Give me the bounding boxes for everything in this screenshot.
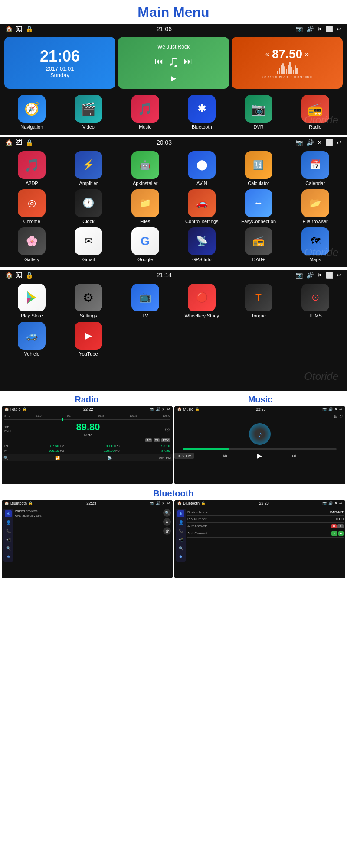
window-icon-2[interactable]: ⬜ [326, 139, 333, 146]
app-navigation[interactable]: 🧭 Navigation [5, 95, 59, 130]
close-icon-bt2[interactable]: ✕ [334, 501, 338, 505]
preset-4[interactable]: P4 106.10 [4, 449, 59, 453]
music-widget[interactable]: We Just Rock ⏮ ♫ ⏭ ▶ [118, 37, 229, 89]
volume-icon-3[interactable]: 🔊 [306, 272, 314, 279]
app-dab[interactable]: 📻 DAB+ [232, 227, 285, 262]
app-clock[interactable]: 🕐 Clock [62, 189, 115, 224]
close-icon-2[interactable]: ✕ [317, 139, 322, 146]
vol-icon-m[interactable]: 🔊 [328, 407, 333, 411]
preset-5[interactable]: P5 108.00 [60, 449, 115, 453]
app-filebrowser[interactable]: 📂 FileBrowser [288, 189, 342, 224]
app-torque[interactable]: T Torque [232, 284, 285, 318]
clock-widget[interactable]: 21:06 2017.01.01 Sunday [4, 37, 115, 89]
app-calendar[interactable]: 📅 Calendar [288, 151, 342, 186]
camera-icon-r[interactable]: 📷 [150, 407, 154, 411]
bt-logo-sidebar[interactable]: ✱ [5, 554, 12, 560]
app-gmail[interactable]: ✉ Gmail [62, 227, 115, 262]
bt2-call2-icon[interactable]: 📲 [177, 536, 184, 543]
window-icon[interactable]: ⬜ [326, 26, 333, 32]
back-icon-m[interactable]: ↩ [339, 407, 343, 411]
camera-icon-2[interactable]: 📷 [295, 139, 303, 146]
close-icon-r[interactable]: ✕ [162, 407, 165, 411]
app-easyconnection[interactable]: ↔ EasyConnection [232, 189, 285, 224]
window-icon-3[interactable]: ⬜ [326, 272, 333, 279]
app-music[interactable]: 🎵 Music [118, 95, 172, 130]
preset-2[interactable]: P2 90.10 [60, 444, 115, 448]
back-icon-2[interactable]: ↩ [337, 139, 342, 146]
search-action-icon[interactable]: 🔍 [163, 509, 171, 517]
vol-icon-r[interactable]: 🔊 [156, 407, 160, 411]
volume-icon-2[interactable]: 🔊 [306, 139, 314, 146]
next-btn-m[interactable]: ⏭ [291, 453, 296, 458]
close-icon-bt1[interactable]: ✕ [162, 501, 165, 505]
close-icon[interactable]: ✕ [317, 26, 322, 32]
af-tag[interactable]: AF [145, 438, 152, 442]
app-control-settings[interactable]: 🚗 Control settings [175, 189, 229, 224]
app-files[interactable]: 📁 Files [118, 189, 172, 224]
autoanswer-on-toggle[interactable]: ■ [331, 524, 337, 528]
play-btn-m[interactable]: ▶ [257, 452, 262, 459]
app-radio[interactable]: 📻 Radio [288, 95, 342, 130]
app-video[interactable]: 🎬 Video [62, 95, 115, 130]
app-tpms[interactable]: ⊙ TPMS [288, 284, 342, 318]
app-calculator[interactable]: 🔢 Calculator [232, 151, 285, 186]
back-icon-3[interactable]: ↩ [337, 272, 342, 279]
call2-icon-sidebar[interactable]: 📲 [5, 536, 12, 543]
radio-right-btn[interactable]: ⊙ [165, 426, 170, 433]
vol-icon-bt1[interactable]: 🔊 [156, 501, 160, 505]
bt2-person-icon[interactable]: 👤 [177, 519, 184, 526]
app-wheelkey[interactable]: 🔴 Wheelkey Study [175, 284, 229, 318]
app-youtube[interactable]: ▶ YouTube [62, 322, 115, 356]
call-icon-sidebar[interactable]: 📞 [5, 528, 12, 534]
home-icon[interactable]: 🏠 [5, 26, 13, 32]
app-chrome[interactable]: ◎ Chrome [5, 189, 59, 224]
close-icon-3[interactable]: ✕ [317, 272, 322, 279]
app-gps-info[interactable]: 📡 GPS Info [175, 227, 229, 262]
bt-icon-sidebar[interactable]: ✱ [5, 510, 12, 517]
back-icon-bt1[interactable]: ↩ [167, 501, 170, 505]
app-google[interactable]: G Google [118, 227, 172, 262]
app-playstore[interactable]: Play Store [5, 284, 59, 318]
app-gallery[interactable]: 🌸 Gallery [5, 227, 59, 262]
ta-tag[interactable]: TA [154, 438, 160, 442]
app-settings[interactable]: ⚙ Settings [62, 284, 115, 318]
play-button[interactable]: ▶ [171, 74, 176, 82]
pty-tag[interactable]: PTY [161, 438, 170, 442]
home-icon-m[interactable]: 🏠 [177, 407, 182, 411]
next-icon[interactable]: ⏭ [184, 56, 193, 66]
volume-icon[interactable]: 🔊 [306, 26, 314, 32]
bt2-search-icon[interactable]: 🔍 [177, 545, 184, 552]
home-icon-bt2[interactable]: 🏠 [177, 501, 182, 505]
app-tv[interactable]: 📺 TV [118, 284, 172, 318]
app-a2dp[interactable]: 🎵 A2DP [5, 151, 59, 186]
app-amplifier[interactable]: ⚡ Amplifier [62, 151, 115, 186]
back-icon[interactable]: ↩ [337, 26, 342, 32]
search-icon-sidebar[interactable]: 🔍 [5, 545, 12, 552]
repeat-icon[interactable]: ↻ [339, 414, 343, 418]
close-icon-m[interactable]: ✕ [334, 407, 338, 411]
music-progress-bar[interactable] [183, 448, 337, 450]
bt2-icon-sidebar[interactable]: ✱ [177, 510, 184, 517]
camera-icon-bt1[interactable]: 📷 [150, 501, 154, 505]
app-bluetooth[interactable]: ✱ Bluetooth [175, 95, 229, 130]
bt2-logo[interactable]: ✱ [177, 554, 184, 560]
camera-icon-3[interactable]: 📷 [295, 272, 303, 279]
search-icon-r[interactable]: 🔍 [3, 456, 8, 460]
back-icon-bt2[interactable]: ↩ [339, 501, 343, 505]
prev-icon[interactable]: ⏮ [155, 56, 164, 66]
delete-action-icon[interactable]: 🗑 [163, 527, 171, 535]
refresh-action-icon[interactable]: ↻ [163, 518, 171, 526]
radio-arrow-left[interactable]: « [265, 50, 269, 58]
radio-arrow-right[interactable]: » [305, 50, 309, 58]
camera-icon-m[interactable]: 📷 [322, 407, 327, 411]
preset-3[interactable]: P3 98.10 [115, 444, 170, 448]
bt2-call-icon[interactable]: 📞 [177, 528, 184, 534]
back-icon-r[interactable]: ↩ [167, 407, 170, 411]
preset-1[interactable]: P1 87.50 [4, 444, 59, 448]
home-icon-bt1[interactable]: 🏠 [4, 501, 9, 505]
home-icon-3[interactable]: 🏠 [5, 272, 13, 279]
app-avin[interactable]: ⬤ AVIN [175, 151, 229, 186]
home-icon-2[interactable]: 🏠 [5, 139, 13, 146]
home-icon-r[interactable]: 🏠 [4, 407, 9, 411]
app-apkinstaller[interactable]: 🤖 ApkInstaller [118, 151, 172, 186]
